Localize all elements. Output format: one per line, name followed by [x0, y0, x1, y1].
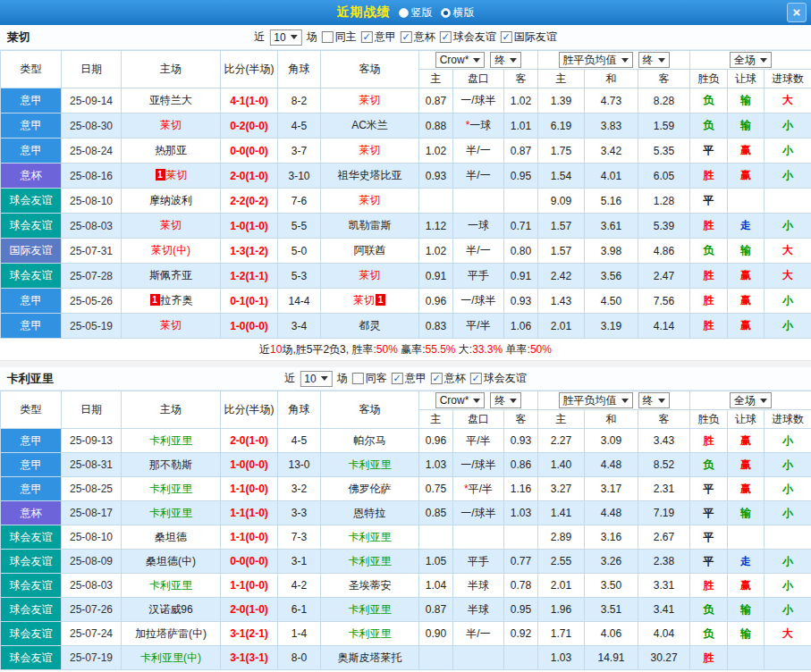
chevron-down-icon: [321, 376, 328, 381]
wdl-average-select[interactable]: 胜平负均值: [559, 52, 633, 68]
home-team-name: 莱切: [166, 169, 188, 181]
odds-handicap: 一/球半: [453, 289, 504, 314]
avg-away: 1.59: [638, 113, 690, 139]
avg-draw: 4.01: [585, 164, 638, 189]
checkbox-icon[interactable]: ✓: [392, 373, 403, 384]
home-team-name: 卡利亚里: [149, 579, 192, 592]
full-match-select[interactable]: 全场: [730, 52, 772, 68]
odds-final-select-value: 终: [494, 393, 505, 408]
odds-handicap: [453, 646, 504, 670]
filter-checkbox-同客[interactable]: 同客: [352, 371, 387, 386]
away-team-name: AC米兰: [351, 119, 388, 131]
odds-group-header: Crow*终: [419, 391, 538, 410]
checkbox-icon[interactable]: ✓: [470, 373, 482, 384]
match-date: 25-08-09: [62, 550, 122, 574]
filter-checkbox-球会友谊[interactable]: ✓球会友谊: [470, 371, 527, 386]
match-row: 球会友谊25-08-03卡利亚里1-1(0-0)4-2圣埃蒂安1.04半球0.7…: [1, 574, 811, 598]
avg-away: 3.31: [638, 574, 690, 598]
checkbox-icon[interactable]: ✓: [361, 31, 373, 43]
avg-draw: 3.61: [585, 214, 638, 239]
result-handicap: 输: [728, 622, 765, 646]
score: 2-0(1-0): [221, 164, 278, 189]
avg-away: 6.05: [638, 164, 690, 189]
score: 1-2(1-1): [221, 264, 278, 289]
avg-away: 30.27: [638, 646, 690, 670]
filter-checkbox-球会友谊[interactable]: ✓球会友谊: [440, 29, 496, 45]
score: 1-1(0-0): [221, 525, 278, 550]
odds-away: [504, 189, 538, 214]
avg-final-select[interactable]: 终: [638, 52, 670, 68]
odds-home: [419, 189, 453, 214]
layout-radio-horizontal[interactable]: 横版: [441, 5, 475, 21]
checkbox-icon[interactable]: ✓: [401, 31, 412, 43]
avg-away: 7.56: [638, 289, 690, 314]
corners: 5-0: [278, 239, 321, 264]
odds-home: 0.87: [419, 598, 453, 622]
match-date: 25-09-14: [62, 88, 122, 113]
match-count-select[interactable]: 10: [269, 29, 301, 46]
wdl-average-select-value: 胜平负均值: [563, 53, 617, 68]
league-label: 意甲: [1, 113, 62, 139]
result-handicap: 赢: [728, 139, 765, 164]
away-team: 恩特拉: [321, 501, 419, 525]
odds-company-select[interactable]: Crow*: [435, 52, 486, 68]
odds-final-select[interactable]: 终: [490, 52, 521, 68]
result-handicap: 赢: [728, 429, 765, 453]
avg-away: 5.39: [638, 214, 690, 239]
avg-away: 4.04: [638, 622, 690, 646]
result-wdl: 胜: [690, 289, 728, 314]
checkbox-icon[interactable]: [352, 373, 364, 384]
avg-final-select[interactable]: 终: [638, 392, 670, 408]
filter-checkbox-意甲[interactable]: ✓意甲: [361, 29, 396, 45]
avg-away: 2.67: [638, 525, 690, 550]
checkbox-icon[interactable]: [322, 31, 334, 43]
filter-checkbox-意杯[interactable]: ✓意杯: [401, 29, 435, 45]
filter-checkbox-意甲[interactable]: ✓意甲: [392, 371, 427, 386]
home-team-name: 加拉塔萨雷(中): [135, 627, 207, 640]
checkbox-icon[interactable]: ✓: [440, 31, 452, 43]
chevron-down-icon: [658, 399, 665, 403]
score: 3-1(2-1): [221, 622, 278, 646]
full-match-select[interactable]: 全场: [730, 392, 772, 408]
layout-radio-vertical[interactable]: 竖版: [399, 5, 433, 21]
away-team: 阿联酋: [321, 239, 419, 264]
score: 0-1(0-1): [221, 289, 278, 314]
radio-selected-icon: [441, 8, 451, 18]
close-icon[interactable]: ×: [787, 3, 807, 22]
full-match-select-value: 全场: [734, 53, 756, 68]
sub-header-2: 客: [504, 70, 538, 88]
result-handicap: [728, 646, 765, 670]
avg-home: 1.43: [538, 289, 585, 314]
match-row: 球会友谊25-08-10摩纳波利2-2(0-2)7-6莱切9.095.161.2…: [1, 189, 811, 214]
away-team-name: 佛罗伦萨: [349, 483, 392, 495]
score: 3-1(3-1): [221, 646, 278, 670]
home-team-name: 热那亚: [155, 144, 187, 156]
avg-away: 8.28: [638, 88, 690, 113]
filter-checkbox-同主[interactable]: 同主: [322, 29, 357, 45]
filter-checkbox-国际友谊[interactable]: ✓国际友谊: [501, 29, 557, 45]
result-goals: 大: [765, 622, 811, 646]
match-row: 意杯25-08-17卡利亚里1-1(1-0)3-3恩特拉0.85一/球半1.03…: [1, 501, 811, 525]
checkbox-icon[interactable]: ✓: [501, 31, 512, 43]
checkbox-icon[interactable]: ✓: [431, 373, 443, 384]
sub-header-4: 和: [585, 410, 638, 429]
corners: 7-3: [278, 525, 321, 550]
odds-away: 1.03: [504, 501, 538, 525]
match-row: 意甲25-09-14亚特兰大4-1(1-0)8-2莱切0.87一/球半1.021…: [1, 88, 811, 113]
odds-final-select[interactable]: 终: [490, 392, 521, 408]
result-goals: 小: [765, 113, 811, 139]
odds-company-select[interactable]: Crow*: [435, 392, 486, 408]
match-count-select-value: 10: [274, 31, 285, 44]
filter-checkbox-意杯[interactable]: ✓意杯: [431, 371, 466, 386]
away-team: 莱切: [321, 88, 419, 113]
summary-segment: 10: [270, 343, 282, 356]
match-count-select[interactable]: 10: [300, 371, 332, 387]
odds-company-select-value: Crow*: [440, 394, 469, 407]
odds-home: [419, 646, 453, 670]
odds-handicap: 一球: [453, 214, 504, 239]
result-wdl: 胜: [690, 214, 728, 239]
odds-away: 0.92: [504, 622, 538, 646]
col-header-away: 客场: [321, 51, 419, 88]
wdl-average-select[interactable]: 胜平负均值: [559, 392, 633, 408]
corners: 3-7: [278, 139, 321, 164]
